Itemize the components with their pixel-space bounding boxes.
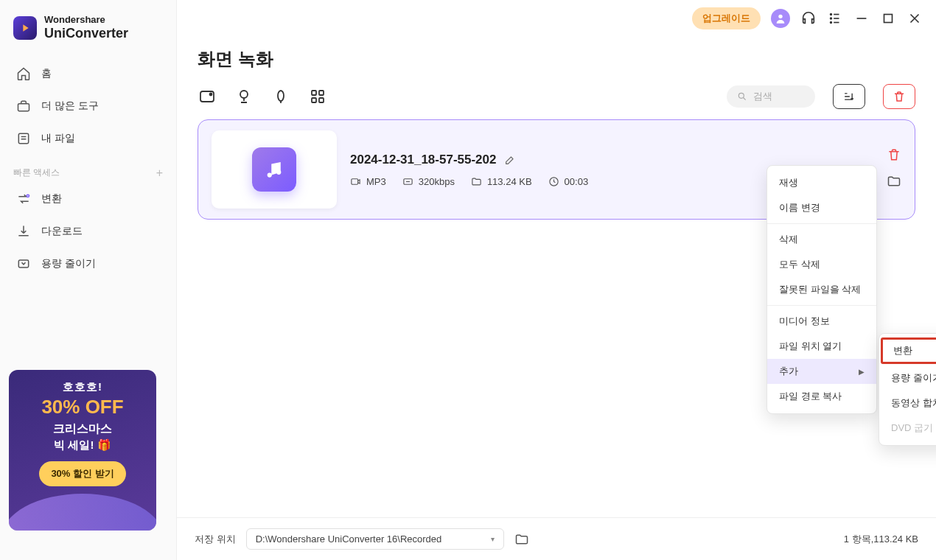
ctx-separator [767,305,876,306]
open-folder-icon[interactable] [887,174,901,189]
promo-line4: 빅 세일! 🎁 [16,438,149,452]
clock-icon [548,176,559,187]
chevron-right-icon: ▶ [859,368,865,376]
sidebar-item-label: 내 파일 [41,132,75,145]
file-thumbnail [212,130,337,209]
context-submenu: 변환 용량 줄이기 동영상 합치기 DVD 굽기 [879,333,936,446]
quick-access-header: 빠른 액세스 + [0,156,176,184]
sort-button[interactable] [833,84,865,109]
quick-access-label: 빠른 액세스 [13,167,60,179]
add-quick-icon[interactable]: + [156,167,163,180]
clear-all-button[interactable] [883,84,915,109]
svg-rect-20 [352,178,358,184]
brand-logo: Wondershare UniConverter [0,0,176,59]
promo-line1: 호호호! [16,380,149,394]
video-icon [350,176,361,187]
save-path-select[interactable]: D:\Wondershare UniConverter 16\Recorded … [246,528,504,550]
avatar-icon[interactable] [771,9,790,28]
search-placeholder: 검색 [753,90,772,103]
promo-line2: 30% OFF [16,396,149,419]
webcam-record-button[interactable] [234,87,254,106]
svg-point-2 [27,195,29,197]
brand-line2: UniConverter [44,26,128,41]
sidebar: Wondershare UniConverter 홈 더 많은 도구 내 파일 … [0,0,177,560]
search-icon [737,91,747,102]
promo-line3: 크리스마스 [16,421,149,437]
ctx-delete-bad[interactable]: 잘못된 파일을 삭제 [767,277,876,302]
svg-rect-15 [312,98,316,102]
ctx-play[interactable]: 재생 [767,170,876,195]
sub-convert[interactable]: 변환 [881,337,936,364]
toolbox-icon [16,99,31,113]
svg-point-11 [240,91,248,98]
download-icon [16,224,31,239]
meta-size: 113.24 KB [471,176,532,187]
ctx-delete-all[interactable]: 모두 삭제 [767,252,876,277]
sidebar-item-label: 변환 [41,192,62,206]
audio-record-button[interactable] [271,87,290,106]
svg-point-19 [276,170,281,175]
sidebar-item-home[interactable]: 홈 [6,59,170,88]
footer: 저장 위치 D:\Wondershare UniConverter 16\Rec… [177,517,936,560]
sub-dvd: DVD 굽기 [879,416,936,441]
svg-rect-16 [319,98,324,102]
menu-icon[interactable] [827,10,843,27]
home-icon [16,66,31,81]
svg-point-17 [738,93,744,98]
ctx-rename[interactable]: 이름 변경 [767,195,876,220]
promo-button[interactable]: 30% 할인 받기 [39,461,125,486]
quality-icon [402,176,413,187]
ctx-open-location[interactable]: 파일 위치 열기 [767,334,876,359]
sidebar-item-myfiles[interactable]: 내 파일 [6,124,170,153]
toolbar: 검색 [177,84,936,119]
file-name: 2024-12-31_18-57-55-202 [350,153,497,167]
svg-rect-0 [18,103,29,111]
svg-point-18 [268,172,272,177]
minimize-button[interactable] [853,10,870,27]
open-save-folder-icon[interactable] [514,532,529,547]
sidebar-item-label: 홈 [41,67,52,80]
sidebar-item-compress[interactable]: 용량 줄이기 [6,249,170,279]
sidebar-item-label: 용량 줄이기 [41,257,96,270]
svg-point-4 [778,15,782,18]
main-area: 업그레이드 화면 녹화 검색 [177,0,936,560]
svg-point-10 [210,94,212,96]
file-list: 2024-12-31_18-57-55-202 MP3 320kbps [177,119,936,517]
convert-icon [16,192,31,206]
ctx-separator [767,223,876,224]
svg-point-7 [831,22,832,24]
sub-compress[interactable]: 용량 줄이기 [879,365,936,391]
sidebar-item-label: 다운로드 [41,225,83,238]
music-icon [252,147,296,192]
compress-icon [16,256,31,271]
rename-icon[interactable] [504,154,516,166]
apps-button[interactable] [308,87,327,106]
sidebar-item-label: 더 많은 도구 [41,99,99,113]
sidebar-item-download[interactable]: 다운로드 [6,217,170,246]
meta-bitrate: 320kbps [402,176,455,187]
maximize-button[interactable] [880,10,896,27]
sub-merge[interactable]: 동영상 합치기 [879,391,936,416]
delete-file-icon[interactable] [887,147,901,162]
sidebar-item-tools[interactable]: 더 많은 도구 [6,91,170,121]
svg-rect-14 [319,91,324,95]
ctx-media-info[interactable]: 미디어 정보 [767,309,876,334]
logo-icon [13,16,37,40]
promo-banner[interactable]: 호호호! 30% OFF 크리스마스 빅 세일! 🎁 30% 할인 받기 [9,370,156,531]
screen-record-button[interactable] [198,87,217,106]
close-button[interactable] [907,10,923,27]
meta-format: MP3 [350,176,386,187]
sidebar-item-convert[interactable]: 변환 [6,184,170,214]
promo-decor [9,494,156,531]
svg-point-6 [831,18,832,19]
ctx-delete[interactable]: 삭제 [767,227,876,252]
svg-point-5 [831,14,832,15]
svg-point-12 [278,91,284,101]
ctx-copy-path[interactable]: 파일 경로 복사 [767,384,876,409]
search-input[interactable]: 검색 [727,85,815,108]
meta-duration: 00:03 [548,176,589,187]
support-icon[interactable] [800,10,817,27]
ctx-add[interactable]: 추가▶ [767,359,876,384]
upgrade-button[interactable]: 업그레이드 [692,7,761,29]
brand-line1: Wondershare [44,15,128,26]
